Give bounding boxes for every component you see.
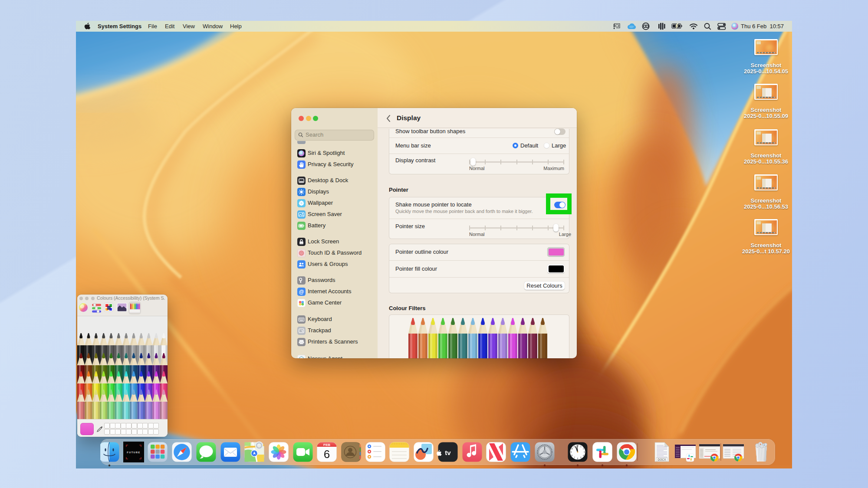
svg-text:10: 10 xyxy=(571,448,573,450)
svg-text:12: 12 xyxy=(576,445,579,447)
svg-text:FUTURE: FUTURE xyxy=(127,451,140,454)
svg-text:@: @ xyxy=(299,288,304,295)
svg-text:DOCX: DOCX xyxy=(658,458,666,461)
svg-text:FEB: FEB xyxy=(323,443,330,447)
svg-text:6: 6 xyxy=(324,448,330,461)
svg-text:11: 11 xyxy=(573,445,575,448)
svg-text:tv: tv xyxy=(445,449,451,456)
